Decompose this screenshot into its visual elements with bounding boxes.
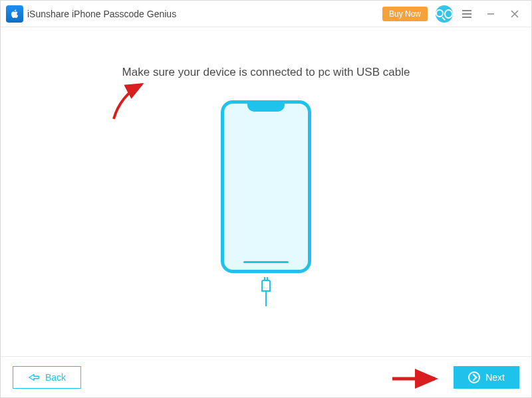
- search-icon[interactable]: [436, 5, 453, 23]
- instruction-text: Make sure your device is connected to pc…: [122, 66, 410, 79]
- back-arrow-icon: [28, 373, 40, 382]
- back-button[interactable]: Back: [13, 366, 81, 389]
- next-arrow-icon: [468, 371, 480, 383]
- annotation-arrow-icon: [107, 79, 154, 128]
- close-button[interactable]: [505, 4, 525, 24]
- app-logo-icon: [6, 5, 23, 23]
- minimize-button[interactable]: [481, 4, 501, 24]
- next-label: Next: [485, 372, 505, 383]
- footer: Back Next: [1, 356, 531, 397]
- menu-button[interactable]: [457, 4, 477, 24]
- usb-cable-icon: [261, 280, 271, 306]
- next-button[interactable]: Next: [454, 366, 519, 389]
- main-content: Make sure your device is connected to pc…: [1, 27, 531, 356]
- annotation-arrow-icon: [390, 370, 443, 390]
- device-illustration: [221, 100, 311, 306]
- app-title: iSunshare iPhone Passcode Genius: [27, 9, 176, 19]
- titlebar: iSunshare iPhone Passcode Genius Buy Now: [1, 1, 531, 27]
- back-label: Back: [45, 372, 66, 383]
- buy-now-button[interactable]: Buy Now: [382, 7, 428, 21]
- phone-icon: [221, 100, 311, 273]
- app-window: iSunshare iPhone Passcode Genius Buy Now…: [0, 0, 532, 398]
